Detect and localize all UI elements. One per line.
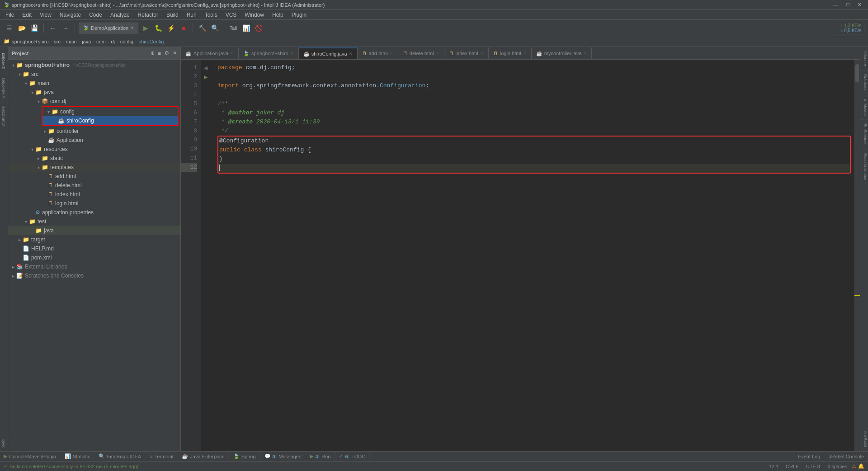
left-tab-web[interactable]: Web bbox=[0, 435, 8, 451]
project-settings-icon[interactable]: ⚙ bbox=[165, 50, 169, 56]
toolbar-btn-search[interactable]: 🔍 bbox=[209, 23, 220, 33]
breadcrumb-src[interactable]: src bbox=[54, 39, 61, 44]
breadcrumb-root[interactable]: springboot+shiro bbox=[12, 39, 49, 44]
tree-item-shiroconfig[interactable]: ☕ shiroConfig bbox=[42, 116, 178, 125]
tree-item-add-html[interactable]: 🗒 add.html bbox=[8, 172, 180, 181]
minimize-btn[interactable]: — bbox=[830, 2, 841, 8]
menu-item-window[interactable]: Window bbox=[241, 11, 268, 19]
toolbar-btn-chart[interactable]: 📊 bbox=[241, 23, 251, 33]
tree-item-main[interactable]: ▾ 📁 main bbox=[8, 79, 180, 88]
right-tab-retservices[interactable]: RetServices bbox=[860, 120, 868, 150]
tree-item-login-html[interactable]: 🗒 login.html bbox=[8, 199, 180, 208]
maximize-btn[interactable]: □ bbox=[844, 2, 852, 8]
menu-item-analyze[interactable]: Analyze bbox=[107, 11, 133, 19]
tree-item-help-md[interactable]: 📄 HELP.md bbox=[8, 244, 180, 253]
right-tab-maven[interactable]: m Maven bbox=[860, 95, 868, 120]
project-sync-icon[interactable]: ⊕ bbox=[151, 50, 155, 56]
breadcrumb-java[interactable]: java bbox=[82, 39, 91, 44]
bottom-tab-todo[interactable]: ✓ 6: TODO bbox=[335, 452, 369, 462]
tree-item-java-dir[interactable]: ▾ 📁 java bbox=[8, 88, 180, 97]
breadcrumb-com[interactable]: com bbox=[96, 39, 106, 44]
toolbar-btn-debug[interactable]: 🐛 bbox=[153, 23, 164, 33]
left-tab-favorites[interactable]: 2:Favorites bbox=[0, 74, 8, 102]
indent-info[interactable]: 4 spaces bbox=[825, 464, 850, 469]
tree-item-config[interactable]: ▾ 📁 config bbox=[42, 107, 178, 116]
tree-item-controller[interactable]: ▸ 📁 controller bbox=[8, 127, 180, 136]
tab-application-java[interactable]: ☕ Application.java ✕ bbox=[181, 47, 239, 59]
tree-item-root[interactable]: ▾ 📁 springboot+shiro H:\CSDN\springboot+… bbox=[8, 61, 180, 70]
tab-delete-html[interactable]: 🗒 delete.html ✕ bbox=[398, 47, 444, 59]
tab-login-html[interactable]: 🗒 login.html ✕ bbox=[489, 47, 532, 59]
bottom-tab-java-enterprise[interactable]: ☕ Java Enterprise bbox=[178, 452, 228, 462]
breadcrumb-config[interactable]: config bbox=[120, 39, 133, 44]
bottom-tab-consolemavenplugin[interactable]: ▶ ConsoleMavenPlugin bbox=[0, 452, 60, 462]
toolbar-btn-save[interactable]: 💾 bbox=[29, 23, 40, 33]
bottom-tab-spring[interactable]: 🍃 Spring bbox=[230, 452, 260, 462]
code-content[interactable]: package com.dj.config; import org.spring… bbox=[210, 60, 854, 451]
bottom-tab-statistic[interactable]: 📊 Statistic bbox=[61, 452, 94, 462]
bottom-tab-event-log[interactable]: Event Log bbox=[794, 452, 825, 462]
toolbar-btn-block[interactable]: 🚫 bbox=[253, 23, 264, 33]
menu-item-plugin[interactable]: Plugin bbox=[288, 11, 310, 19]
breadcrumb-main[interactable]: main bbox=[66, 39, 77, 44]
left-tab-project[interactable]: 1:Project bbox=[0, 49, 8, 73]
menu-item-edit[interactable]: Edit bbox=[19, 11, 35, 19]
tree-item-scratches[interactable]: ▸ 📝 Scratches and Consoles bbox=[8, 271, 180, 280]
tab-index-html[interactable]: 🗒 index.html ✕ bbox=[444, 47, 489, 59]
toolbar-btn-back[interactable]: ← bbox=[47, 23, 58, 33]
right-tab-database[interactable]: Database bbox=[860, 71, 868, 96]
toolbar-btn-stop[interactable]: ■ bbox=[178, 23, 189, 33]
right-tab-axcoder[interactable]: AXcoder bbox=[860, 47, 868, 71]
tree-item-external-libs[interactable]: ▸ 📚 External Libraries bbox=[8, 262, 180, 271]
menu-item-navigate[interactable]: Navigate bbox=[56, 11, 85, 19]
tab-mycontroller-java[interactable]: ☕ mycontroller.java ✕ bbox=[532, 47, 592, 59]
toolbar-btn-menu[interactable]: ☰ bbox=[4, 23, 14, 33]
bottom-tab-terminal[interactable]: > Terminal bbox=[146, 452, 177, 462]
tree-item-test-java[interactable]: 📁 java bbox=[8, 226, 180, 235]
tree-item-pom-xml[interactable]: 📄 pom.xml bbox=[8, 253, 180, 262]
tree-item-static[interactable]: ▸ 📁 static bbox=[8, 154, 180, 163]
tree-item-src[interactable]: ▾ 📁 src bbox=[8, 70, 180, 79]
editor-scrollbar[interactable] bbox=[854, 60, 860, 451]
breadcrumb-dj[interactable]: dj bbox=[111, 39, 115, 44]
menu-item-refactor[interactable]: Refactor bbox=[134, 11, 162, 19]
toolbar-btn-run-coverage[interactable]: ⚡ bbox=[165, 23, 176, 33]
encoding[interactable]: UTF-8 bbox=[803, 464, 823, 469]
menu-item-file[interactable]: File bbox=[2, 11, 18, 19]
menu-item-code[interactable]: Code bbox=[85, 11, 106, 19]
code-editor[interactable]: 1 2 3 4 5 6 7 8 9 10 11 12 ◀ bbox=[181, 60, 860, 451]
toolbar-btn-tail[interactable]: Tail bbox=[228, 23, 239, 33]
tree-item-resources[interactable]: ▾ 📁 resources bbox=[8, 145, 180, 154]
menu-item-vcs[interactable]: VCS bbox=[222, 11, 241, 19]
project-collapse-icon[interactable]: ≡ bbox=[158, 51, 161, 56]
tree-item-com-dj[interactable]: ▾ 📦 com.dj bbox=[8, 97, 180, 106]
tab-springboot-shiro[interactable]: 🍃 springboot+shiro ✕ bbox=[239, 47, 299, 59]
close-btn[interactable]: ✕ bbox=[855, 2, 864, 8]
tree-item-app-properties[interactable]: ⚙ application.properties bbox=[8, 208, 180, 217]
tree-item-application[interactable]: ☕ Application bbox=[8, 136, 180, 145]
bottom-tab-findbugs[interactable]: 🔍 FindBugs-IDEA bbox=[95, 452, 145, 462]
menu-item-tools[interactable]: Tools bbox=[201, 11, 221, 19]
bottom-tab-messages[interactable]: 💬 0: Messages bbox=[261, 452, 306, 462]
toolbar-btn-build[interactable]: 🔨 bbox=[197, 23, 208, 33]
menu-item-view[interactable]: View bbox=[36, 11, 55, 19]
cursor-position[interactable]: 12:1 bbox=[766, 464, 781, 469]
toolbar-btn-forward[interactable]: → bbox=[60, 23, 71, 33]
tab-add-html[interactable]: 🗒 add.html ✕ bbox=[358, 47, 398, 59]
left-tab-structure[interactable]: Z:Structure bbox=[0, 102, 8, 130]
menu-item-run[interactable]: Run bbox=[183, 11, 200, 19]
tree-item-delete-html[interactable]: 🗒 delete.html bbox=[8, 181, 180, 190]
project-close-icon[interactable]: ✕ bbox=[173, 50, 177, 56]
bottom-tab-run[interactable]: ▶ 4: Run bbox=[306, 452, 335, 462]
tree-item-test[interactable]: ▾ 📁 test bbox=[8, 217, 180, 226]
right-tab-antbuild[interactable]: Ant Build bbox=[860, 427, 868, 451]
right-tab-beanvalidation[interactable]: Bean Validation bbox=[860, 150, 868, 185]
bottom-tab-jrebel-console[interactable]: JRebel Console bbox=[825, 452, 868, 462]
menu-item-help[interactable]: Help bbox=[269, 11, 287, 19]
line-ending[interactable]: CRLF bbox=[783, 464, 802, 469]
menu-item-build[interactable]: Build bbox=[163, 11, 182, 19]
toolbar-btn-open[interactable]: 📂 bbox=[16, 23, 27, 33]
breadcrumb-file[interactable]: shiroConfig bbox=[139, 39, 164, 44]
tree-item-index-html[interactable]: 🗒 index.html bbox=[8, 190, 180, 199]
tab-shiroconfig-java[interactable]: ☕ shiroConfig.java ✕ bbox=[299, 47, 358, 59]
